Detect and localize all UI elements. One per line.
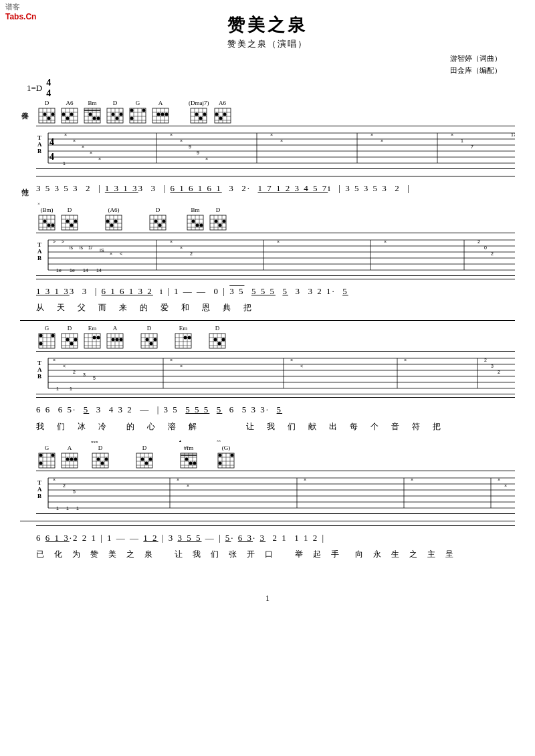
chord-D9-grid: [91, 452, 110, 469]
chord-A6: A6: [60, 100, 79, 124]
svg-text:1: 1: [63, 161, 66, 166]
logo: 谱客 Tabs.Cn: [5, 2, 36, 21]
chord-A6-name: A6: [66, 100, 74, 106]
chord-D7: D: [140, 325, 158, 350]
chord-D10: D: [135, 445, 154, 469]
chord-Bm-3: Bm: [186, 207, 205, 231]
svg-text:×: ×: [170, 132, 173, 137]
svg-text:1: 1: [70, 386, 72, 391]
tempo-text: 1=D: [27, 83, 42, 94]
chord-Dmaj7-grid: [189, 107, 208, 124]
svg-text:0: 0: [484, 245, 487, 250]
svg-point-319: [39, 461, 43, 465]
notation-line-1: 3 5 3 5 3 2 | 1 3 1 33 3 | 6 1 6 1 6 1 3…: [36, 176, 515, 199]
chord-Em2: Em: [174, 325, 193, 350]
svg-text:×: ×: [381, 138, 383, 143]
svg-text:×: ×: [504, 483, 507, 488]
lyrics-line-1: 从 天 父 而 来 的 爱 和 恩 典 把: [36, 302, 515, 313]
tab-staff-svg2: T A B > >: [36, 233, 515, 276]
svg-point-79: [219, 116, 222, 120]
section-fanzh: 范仲 3 5 3 5 3 2 | 1 3 1 33 3 | 6 1 6 1 6 …: [20, 176, 515, 316]
svg-point-320: [51, 453, 55, 457]
tab-staff-section4: T A B × 2 5: [36, 471, 515, 514]
svg-point-321: [39, 453, 43, 457]
svg-text:A: A: [37, 366, 42, 373]
notation-text-3: 6 6 6 5· 5 3 4 3 2 — | 3 5 5 5 5 5 6 5 3…: [36, 404, 282, 414]
svg-text:×: ×: [73, 138, 76, 143]
chord-D7-name: D: [147, 325, 152, 332]
chord-G2-grid: [37, 332, 56, 350]
section-verse2: G A: [20, 439, 515, 517]
svg-text:>: >: [62, 239, 64, 244]
chord-Bm-3-grid: [186, 214, 205, 231]
notation-text-4: 6 6 1 3·2 2 1 | 1 — — 1 2 | 3 3 5 5 — | …: [36, 533, 325, 543]
chord-Bm-grid: [83, 107, 102, 124]
svg-text:T: T: [37, 360, 41, 366]
tab-staff-section1: T A B: [36, 126, 515, 169]
svg-text:A: A: [37, 248, 42, 255]
svg-point-361: [189, 461, 193, 465]
section-accompaniment: 伴奏 D: [20, 100, 515, 172]
svg-text:1: 1: [76, 506, 79, 511]
chord-Em-grid: [83, 332, 102, 350]
svg-point-232: [70, 342, 74, 346]
chord-D-name: D: [45, 100, 49, 106]
svg-text:B: B: [37, 148, 41, 154]
svg-text:×: ×: [170, 239, 173, 244]
svg-text:9: 9: [197, 150, 199, 155]
section-label-fanzh: 范仲: [20, 176, 36, 182]
svg-point-223: [39, 334, 43, 338]
chord-D3-grid: [60, 214, 79, 231]
svg-point-222: [51, 334, 55, 338]
chord-D4: D: [148, 207, 167, 231]
chord-G3: G: [37, 445, 56, 469]
svg-point-279: [214, 338, 217, 342]
svg-text:3: 3: [491, 364, 494, 368]
svg-point-331: [74, 457, 78, 461]
svg-point-231: [66, 338, 70, 342]
title-section: 赞美之泉 赞美之泉（演唱）: [20, 7, 515, 50]
chord-A2-name: A: [113, 325, 118, 332]
svg-text:1/: 1/: [88, 245, 92, 250]
chord-Dmaj7: (Dmaj7): [189, 100, 209, 124]
chord-Em-name: Em: [88, 325, 97, 332]
chord-Bm: Bm: [83, 100, 102, 124]
svg-point-341: [105, 457, 108, 461]
chord-D6-name: D: [68, 325, 72, 332]
svg-point-166: [200, 223, 203, 227]
svg-text:×: ×: [180, 364, 183, 368]
svg-point-251: [116, 338, 119, 342]
svg-text:×: ×: [498, 477, 500, 482]
svg-text:×: ×: [205, 156, 208, 161]
chord-diagrams-row2: × (Bm) D: [36, 201, 515, 231]
svg-text:×: ×: [53, 477, 56, 482]
chord-Bm-name: Bm: [88, 100, 96, 106]
svg-point-233: [74, 338, 78, 342]
svg-text:×: ×: [270, 132, 273, 137]
chord-Bm-2-grid: [37, 214, 56, 231]
svg-point-242: [97, 336, 100, 340]
svg-point-135: [70, 223, 74, 227]
notation-line-2: 1 3 1 33 3 | 6 1 6 1 3 2 i | 1 — — 0 | 3…: [36, 279, 515, 301]
svg-text:2: 2: [477, 239, 480, 244]
svg-point-329: [66, 457, 70, 461]
svg-point-241: [93, 336, 96, 340]
svg-point-174: [215, 219, 218, 223]
lyrics-line-3: 已 化 为 赞 美 之 泉 让 我 们 张 开 口 举 起 手 向 永 生 之 …: [36, 549, 515, 560]
svg-point-340: [101, 461, 104, 465]
svg-text:×: ×: [170, 358, 173, 362]
section-label-accompaniment: 伴奏: [20, 100, 36, 106]
chord-D5-name: D: [216, 207, 221, 213]
svg-point-372: [219, 453, 222, 457]
svg-text:×: ×: [384, 239, 387, 244]
svg-text:×: ×: [110, 251, 112, 256]
svg-point-221: [39, 342, 43, 346]
chord-A3-grid: [60, 452, 79, 469]
chord-diagrams-row4: G A: [36, 439, 515, 469]
tab-staff-svg3: T A B × <: [36, 352, 515, 394]
svg-text:T: T: [37, 479, 41, 486]
chord-A6-2-grid: [213, 107, 232, 124]
chord-D9: xxx D: [91, 439, 110, 469]
chord-G-paren-name: (G): [222, 445, 231, 451]
svg-text:×: ×: [451, 132, 453, 137]
